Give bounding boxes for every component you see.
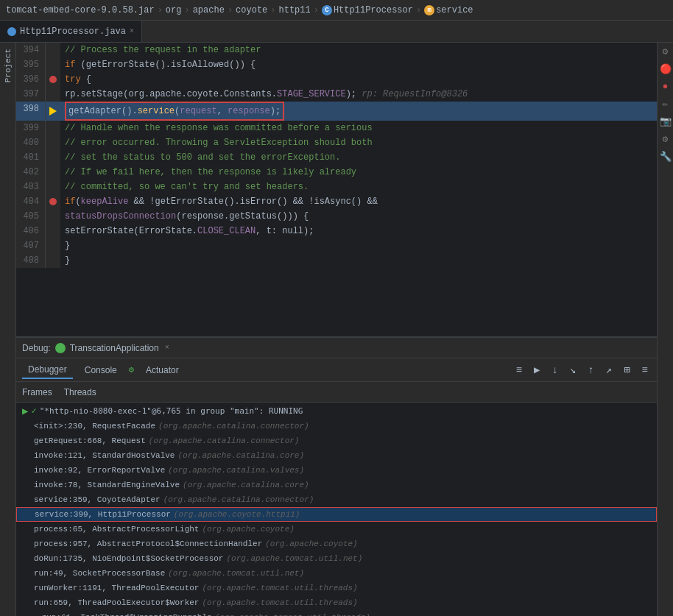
code-line-398: 398 getAdapter().service(request, respon… bbox=[16, 102, 657, 121]
debug-close-button[interactable]: × bbox=[165, 344, 169, 352]
tab-close-button[interactable]: × bbox=[130, 27, 134, 35]
breadcrumb-method-icon: m bbox=[424, 5, 434, 15]
stack-item-13[interactable]: ↺ run:61, TaskThread$WrappingRunnable (o… bbox=[16, 610, 657, 616]
right-icon-1[interactable]: ⚙ bbox=[663, 46, 669, 57]
line-content-406: setErrorState(ErrorState.CLOSE_CLEAN, t:… bbox=[60, 224, 657, 238]
breakpoint-404[interactable] bbox=[49, 198, 57, 205]
code-line-400: 400 // error occurred. Throwing a Servle… bbox=[16, 135, 657, 150]
breadcrumb-apache[interactable]: apache bbox=[193, 5, 225, 15]
debug-app-icon bbox=[55, 343, 66, 353]
code-line-401: 401 // set the status to 500 and set the… bbox=[16, 150, 657, 165]
debug-toolbar: Debugger Console ⚙ Actuator ≡ ▶ ↓ ↘ ↑ ↗ … bbox=[16, 358, 657, 382]
stack-item-7[interactable]: process:65, AbstractProcessorLight (org.… bbox=[16, 522, 657, 537]
code-line-404: 404 if(keepAlive && !getErrorState().isE… bbox=[16, 194, 657, 209]
frames-threads-tabs: Frames Threads bbox=[16, 382, 657, 403]
line-num-398: 398 bbox=[16, 102, 46, 121]
right-icon-7[interactable]: 🔧 bbox=[660, 151, 672, 163]
stack-item-6-selected[interactable]: service:399, Http11Processor (org.apache… bbox=[16, 507, 657, 522]
line-annotation-397: rp: RequestInfo@8326 bbox=[362, 89, 471, 99]
toolbar-btn-step-out[interactable]: ↑ bbox=[585, 363, 596, 378]
line-content-398: getAdapter().service(request, response); bbox=[60, 102, 657, 121]
gutter-397 bbox=[46, 87, 60, 102]
stack-item-5[interactable]: service:359, CoyoteAdapter (org.apache.c… bbox=[16, 492, 657, 507]
line-content-394: // Process the request in the adapter bbox=[60, 43, 657, 57]
breadcrumb-bar: tomcat-embed-core-9.0.58.jar › org › apa… bbox=[0, 0, 673, 21]
stack-item-0[interactable]: <init>:230, RequestFacade (org.apache.ca… bbox=[16, 419, 657, 433]
code-line-405: 405 statusDropsConnection(response.getSt… bbox=[16, 209, 657, 224]
debug-header: Debug: TranscationApplication × bbox=[16, 338, 657, 358]
gutter-395 bbox=[46, 57, 60, 72]
main-layout: Project 394 // Process the request in th… bbox=[0, 43, 673, 616]
breadcrumb-http11processor[interactable]: Http11Processor bbox=[334, 5, 413, 15]
stack-item-1[interactable]: getRequest:668, Request (org.apache.cata… bbox=[16, 433, 657, 448]
breadcrumb-jar[interactable]: tomcat-embed-core-9.0.58.jar bbox=[6, 5, 155, 15]
breadcrumb-class-icon: C bbox=[322, 5, 332, 15]
stack-item-8[interactable]: process:957, AbstractProtocol$Connection… bbox=[16, 537, 657, 551]
line-num-408: 408 bbox=[16, 253, 46, 268]
code-editor: 394 // Process the request in the adapte… bbox=[16, 43, 657, 336]
line-content-395: if (getErrorState().isIoAllowed()) { bbox=[60, 57, 657, 72]
right-icon-4[interactable]: ✏ bbox=[663, 98, 669, 110]
right-icon-2[interactable]: 🔴 bbox=[660, 63, 672, 75]
stack-item-2[interactable]: invoke:121, StandardHostValve (org.apach… bbox=[16, 448, 657, 463]
gutter-406 bbox=[46, 224, 60, 238]
gutter-398 bbox=[46, 102, 60, 121]
tab-console[interactable]: Console bbox=[79, 362, 123, 378]
breadcrumb-http11[interactable]: http11 bbox=[279, 5, 311, 15]
gutter-403 bbox=[46, 180, 60, 194]
right-toolbar: ⚙ 🔴 ● ✏ 📷 ⚙ 🔧 bbox=[657, 43, 673, 616]
frames-tab[interactable]: Frames bbox=[22, 384, 52, 400]
breakpoint-396[interactable] bbox=[49, 76, 57, 83]
code-line-399: 399 // Handle when the response was comm… bbox=[16, 121, 657, 135]
breadcrumb-coyote[interactable]: coyote bbox=[236, 5, 267, 15]
breadcrumb-service[interactable]: service bbox=[436, 5, 473, 15]
line-num-396: 396 bbox=[16, 72, 46, 87]
stack-item-11[interactable]: runWorker:1191, ThreadPoolExecutor (org.… bbox=[16, 581, 657, 595]
line-num-405: 405 bbox=[16, 209, 46, 224]
line-content-403: // committed, so we can't try and set he… bbox=[60, 180, 657, 194]
gutter-401 bbox=[46, 150, 60, 165]
stack-item-10[interactable]: run:49, SocketProcessorBase (org.apache.… bbox=[16, 566, 657, 581]
toolbar-btn-evaluate[interactable]: ⊞ bbox=[621, 362, 633, 378]
line-num-404: 404 bbox=[16, 194, 46, 209]
toolbar-btn-run-cursor[interactable]: ↗ bbox=[603, 362, 615, 378]
recursive-arrow-icon: ↺ bbox=[34, 613, 39, 617]
stack-item-3[interactable]: invoke:92, ErrorReportValve (org.apache.… bbox=[16, 463, 657, 478]
thread-name[interactable]: "*http-nio-8080-exec-1"@6,765 in group "… bbox=[40, 406, 303, 416]
thread-running-icon: ▶ bbox=[22, 405, 28, 417]
stack-item-12[interactable]: run:659, ThreadPoolExecutor$Worker (org.… bbox=[16, 595, 657, 610]
line-content-397: rp.setStage(org.apache.coyote.Constants.… bbox=[60, 87, 657, 102]
line-num-395: 395 bbox=[16, 57, 46, 72]
threads-tab[interactable]: Threads bbox=[64, 384, 96, 400]
toolbar-btn-resume[interactable]: ▶ bbox=[531, 362, 543, 378]
line-num-402: 402 bbox=[16, 165, 46, 180]
code-line-402: 402 // If we fail here, then the respons… bbox=[16, 165, 657, 180]
line-num-400: 400 bbox=[16, 135, 46, 150]
gutter-396 bbox=[46, 72, 60, 87]
gutter-399 bbox=[46, 121, 60, 135]
breadcrumb-org[interactable]: org bbox=[166, 5, 182, 15]
line-num-406: 406 bbox=[16, 224, 46, 238]
code-line-403: 403 // committed, so we can't try and se… bbox=[16, 180, 657, 194]
tab-debugger[interactable]: Debugger bbox=[22, 361, 73, 379]
sidebar-project-label[interactable]: Project bbox=[4, 46, 13, 85]
code-line-408: 408 } bbox=[16, 253, 657, 268]
right-icon-5[interactable]: 📷 bbox=[660, 116, 672, 127]
line-num-401: 401 bbox=[16, 150, 46, 165]
gutter-404 bbox=[46, 194, 60, 209]
stack-item-4[interactable]: invoke:78, StandardEngineValve (org.apac… bbox=[16, 478, 657, 492]
tab-actuator[interactable]: Actuator bbox=[140, 362, 185, 378]
toolbar-btn-settings[interactable]: ≡ bbox=[639, 363, 651, 378]
actuator-icon: ⚙ bbox=[129, 364, 134, 375]
file-tab[interactable]: Http11Processor.java × bbox=[0, 21, 142, 42]
right-icon-6[interactable]: ⚙ bbox=[663, 133, 669, 145]
debug-app-name[interactable]: TranscationApplication bbox=[70, 343, 159, 353]
debug-panel: Debug: TranscationApplication × Debugger… bbox=[16, 336, 657, 616]
stack-item-9[interactable]: doRun:1735, NioEndpoint$SocketProcessor … bbox=[16, 551, 657, 566]
toolbar-btn-step-over[interactable]: ↓ bbox=[549, 363, 560, 378]
right-icon-3[interactable]: ● bbox=[663, 81, 669, 92]
toolbar-btn-menu[interactable]: ≡ bbox=[513, 363, 525, 378]
line-num-399: 399 bbox=[16, 121, 46, 135]
toolbar-btn-step-into[interactable]: ↘ bbox=[567, 362, 579, 378]
execution-arrow bbox=[49, 107, 57, 116]
